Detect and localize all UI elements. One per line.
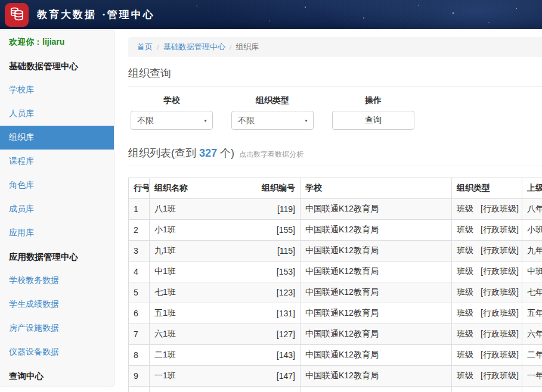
table-row: 6 五1班 [131] 中国联通K12教育局 班级[行政班级] 五年 xyxy=(129,303,542,324)
filter-org-type: 组织类型 不限 ▼ xyxy=(231,95,314,130)
cell-school: 中国联通K12教育局 xyxy=(301,324,452,345)
table-header-row: 行号 组织名称 组织编号 学校 组织类型 上级 xyxy=(129,178,542,199)
sidebar-item[interactable]: 仪器设备数据 xyxy=(0,340,114,364)
sidebar-item: 应用数据管理中心 xyxy=(0,245,114,269)
cell-org-name: 中1班 xyxy=(150,262,239,282)
org-type-tag: [行政班级] xyxy=(481,204,519,213)
cell-row-no: 3 xyxy=(129,241,150,262)
action-label: 操作 xyxy=(332,95,414,106)
main-content: 首页 / 基础数据管理中心 / 组织库 组织查询 学校 不限 ▼ 组织类型 不 xyxy=(128,29,542,392)
sidebar-item-label: 人员库 xyxy=(9,108,34,119)
cell-school: 中国联通K12教育局 xyxy=(301,241,452,262)
count-hint: 点击数字看数据分析 xyxy=(239,150,303,160)
sidebar-item[interactable]: 组织库 xyxy=(0,126,114,150)
org-type-filter-label: 组织类型 xyxy=(231,95,314,106)
cell-parent: 六年 xyxy=(522,324,542,345)
org-type-select[interactable]: 不限 xyxy=(231,111,314,130)
sidebar-item[interactable]: 人员库 xyxy=(0,102,114,126)
sidebar-item-label: 欢迎你：lijiaru xyxy=(9,37,64,48)
col-header-row-no: 行号 xyxy=(129,178,150,199)
sidebar-item[interactable]: 成员库 xyxy=(0,197,114,221)
org-type-label: 班级 xyxy=(457,225,473,234)
sidebar-item[interactable]: 课程库 xyxy=(0,150,114,173)
filter-action: 操作 查询 xyxy=(332,95,414,130)
org-type-label: 班级 xyxy=(457,245,473,255)
col-header-school: 学校 xyxy=(301,178,452,199)
cell-org-name: 二1班 xyxy=(150,345,239,366)
cell-org-type: 班级[行政班级] xyxy=(452,303,522,324)
sidebar-item-label: 课程库 xyxy=(9,156,34,167)
cell-org-name: 六1班 xyxy=(150,324,239,345)
cell-org-code: [127] xyxy=(239,324,301,345)
breadcrumb-item: 组织库 xyxy=(236,42,259,52)
sidebar-item[interactable]: 角色库 xyxy=(0,173,114,197)
cell-school: 中国联通K12教育局 xyxy=(301,345,452,366)
cell-org-name: 小1班 xyxy=(150,220,239,241)
cell-row-no: 1 xyxy=(129,199,150,220)
org-type-label: 班级 xyxy=(457,350,473,359)
cell-school: 中国联通K12教育局 xyxy=(301,220,452,241)
list-title: 组织列表(查到 327 个) 点击数字看数据分析 xyxy=(128,146,542,160)
cell-row-no: 9 xyxy=(129,366,150,387)
breadcrumb-item[interactable]: 首页 xyxy=(137,42,153,52)
sidebar-item-label: 成员库 xyxy=(9,204,34,214)
org-type-label: 班级 xyxy=(457,371,473,380)
org-type-label: 班级 xyxy=(457,266,473,276)
org-type-label: 班级 xyxy=(457,287,473,297)
app-logo xyxy=(5,3,29,27)
cell-parent: 五年 xyxy=(522,303,542,324)
sidebar-item-label: 学校教务数据 xyxy=(9,275,59,286)
page-title: 组织查询 xyxy=(128,66,542,80)
table-row: 4 中1班 [153] 中国联通K12教育局 班级[行政班级] 中班 xyxy=(129,262,542,282)
school-select[interactable]: 不限 xyxy=(131,111,213,130)
cell-school: 中国联通K12教育局 xyxy=(301,366,452,387)
org-type-label: 班级 xyxy=(457,308,473,318)
sidebar-item-label: 组织库 xyxy=(9,132,34,143)
query-button[interactable]: 查询 xyxy=(332,111,414,130)
cell-school: 中国联通K12教育局 xyxy=(301,303,452,324)
cell-org-type: 班级[行政班级] xyxy=(452,220,522,241)
cell-row-no: 2 xyxy=(129,220,150,241)
cell-row-no: 6 xyxy=(129,303,150,324)
breadcrumb-item-label: 组织库 xyxy=(236,42,259,51)
col-header-parent: 上级 xyxy=(522,178,542,199)
result-count[interactable]: 327 xyxy=(199,147,217,160)
sidebar-item-label: 基础数据管理中心 xyxy=(9,61,78,72)
sidebar-item-label: 房产设施数据 xyxy=(9,323,59,334)
cell-org-type: 班级[行政班级] xyxy=(452,345,522,366)
sidebar-item[interactable]: 应用库 xyxy=(0,221,114,245)
org-type-label: 班级 xyxy=(457,204,473,213)
cell-parent: 中班 xyxy=(522,262,542,282)
cell-org-code: [131] xyxy=(239,303,301,324)
filter-school: 学校 不限 ▼ xyxy=(131,95,213,130)
breadcrumb: 首页 / 基础数据管理中心 / 组织库 xyxy=(128,37,542,57)
cell-org-type: 班级[行政班级] xyxy=(452,199,522,220)
breadcrumb-item-label: 基础数据管理中心 xyxy=(163,42,225,51)
table-row-partial xyxy=(129,387,542,392)
cell-row-no: 8 xyxy=(129,345,150,366)
sidebar-item[interactable]: 学校库 xyxy=(0,78,114,102)
org-type-tag: [行政班级] xyxy=(481,329,519,338)
sidebar-item-label: 应用库 xyxy=(9,228,34,238)
database-icon xyxy=(7,4,26,26)
sidebar-item[interactable]: 学生成绩数据 xyxy=(0,293,114,316)
cell-school: 中国联通K12教育局 xyxy=(301,262,452,282)
sidebar-item[interactable]: 学校教务数据 xyxy=(0,269,114,293)
sidebar-item[interactable]: 房产设施数据 xyxy=(0,316,114,340)
filter-bar: 学校 不限 ▼ 组织类型 不限 ▼ 操作 查询 xyxy=(131,95,542,130)
sidebar-item-label: 查询中心 xyxy=(9,371,44,382)
cell-org-name: 七1班 xyxy=(150,282,239,303)
sidebar-item-label: 学校库 xyxy=(9,85,34,95)
table-row: 7 六1班 [127] 中国联通K12教育局 班级[行政班级] 六年 xyxy=(129,324,542,345)
cell-parent: 一年 xyxy=(522,366,542,387)
cell-org-code: [147] xyxy=(239,366,301,387)
breadcrumb-item[interactable]: 基础数据管理中心 xyxy=(163,42,225,52)
table-row: 5 七1班 [123] 中国联通K12教育局 班级[行政班级] 七年 xyxy=(129,282,542,303)
cell-parent: 二年 xyxy=(522,345,542,366)
cell-org-code: [153] xyxy=(239,262,301,282)
cell-org-type: 班级[行政班级] xyxy=(452,262,522,282)
cell-parent: 小班 xyxy=(522,220,542,241)
org-type-tag: [行政班级] xyxy=(481,287,519,297)
cell-parent: 八年 xyxy=(522,199,542,220)
cell-org-code: [155] xyxy=(239,220,301,241)
